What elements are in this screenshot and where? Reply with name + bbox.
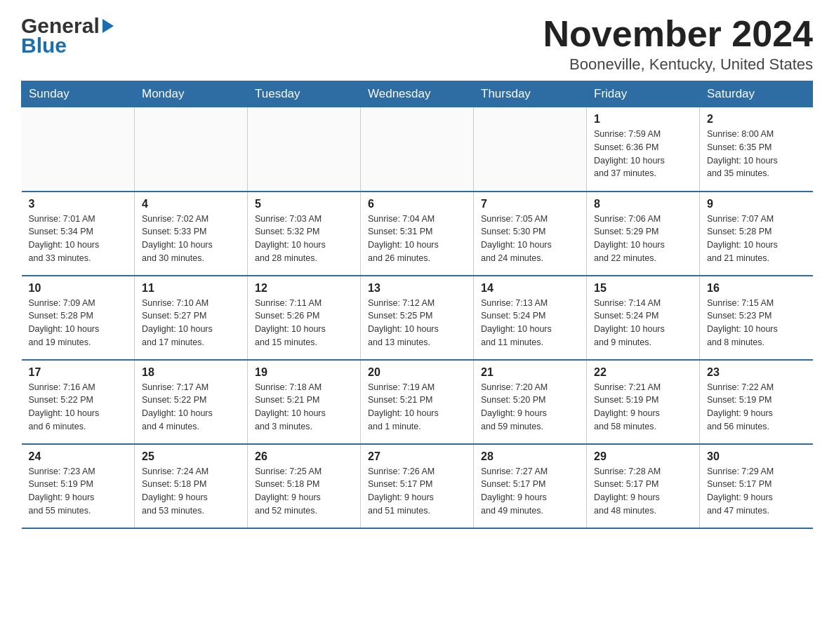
calendar-cell: 25Sunrise: 7:24 AM Sunset: 5:18 PM Dayli… [135, 444, 248, 528]
day-info: Sunrise: 7:18 AM Sunset: 5:21 PM Dayligh… [255, 381, 353, 434]
day-number: 26 [255, 450, 353, 463]
day-info: Sunrise: 7:29 AM Sunset: 5:17 PM Dayligh… [707, 465, 806, 518]
day-number: 25 [142, 450, 240, 463]
page-title: November 2024 [543, 14, 813, 54]
calendar-cell: 18Sunrise: 7:17 AM Sunset: 5:22 PM Dayli… [135, 360, 248, 444]
calendar-cell: 27Sunrise: 7:26 AM Sunset: 5:17 PM Dayli… [361, 444, 474, 528]
day-info: Sunrise: 7:15 AM Sunset: 5:23 PM Dayligh… [707, 297, 806, 349]
day-number: 13 [368, 282, 466, 295]
day-number: 21 [481, 366, 579, 379]
calendar-cell: 14Sunrise: 7:13 AM Sunset: 5:24 PM Dayli… [474, 276, 587, 360]
calendar-cell: 17Sunrise: 7:16 AM Sunset: 5:22 PM Dayli… [22, 360, 135, 444]
day-info: Sunrise: 7:03 AM Sunset: 5:32 PM Dayligh… [255, 213, 353, 265]
calendar-cell: 24Sunrise: 7:23 AM Sunset: 5:19 PM Dayli… [22, 444, 135, 528]
week-row-1: 1Sunrise: 7:59 AM Sunset: 6:36 PM Daylig… [22, 107, 813, 192]
day-number: 4 [142, 198, 240, 210]
day-number: 7 [481, 198, 579, 210]
calendar-cell: 9Sunrise: 7:07 AM Sunset: 5:28 PM Daylig… [700, 192, 813, 276]
logo: General Blue [21, 14, 114, 58]
calendar-cell: 6Sunrise: 7:04 AM Sunset: 5:31 PM Daylig… [361, 192, 474, 276]
page-header: General Blue November 2024 Booneville, K… [21, 14, 813, 74]
day-number: 30 [707, 450, 806, 463]
page-subtitle: Booneville, Kentucky, United States [543, 55, 813, 74]
day-number: 12 [255, 282, 353, 295]
day-info: Sunrise: 7:23 AM Sunset: 5:19 PM Dayligh… [29, 465, 128, 518]
day-info: Sunrise: 7:06 AM Sunset: 5:29 PM Dayligh… [594, 213, 692, 265]
day-info: Sunrise: 7:17 AM Sunset: 5:22 PM Dayligh… [142, 381, 240, 434]
day-info: Sunrise: 7:59 AM Sunset: 6:36 PM Dayligh… [594, 128, 692, 180]
calendar-cell: 21Sunrise: 7:20 AM Sunset: 5:20 PM Dayli… [474, 360, 587, 444]
calendar-cell: 30Sunrise: 7:29 AM Sunset: 5:17 PM Dayli… [700, 444, 813, 528]
day-info: Sunrise: 7:13 AM Sunset: 5:24 PM Dayligh… [481, 297, 579, 349]
day-info: Sunrise: 7:09 AM Sunset: 5:28 PM Dayligh… [29, 297, 128, 349]
calendar-cell [474, 107, 587, 192]
weekday-sunday: Sunday [22, 81, 135, 107]
calendar-cell [135, 107, 248, 192]
day-number: 6 [368, 198, 466, 210]
day-number: 28 [481, 450, 579, 463]
weekday-monday: Monday [135, 81, 248, 107]
day-number: 18 [142, 366, 240, 379]
calendar-cell: 19Sunrise: 7:18 AM Sunset: 5:21 PM Dayli… [248, 360, 361, 444]
calendar-cell [22, 107, 135, 192]
day-info: Sunrise: 7:04 AM Sunset: 5:31 PM Dayligh… [368, 213, 466, 265]
day-number: 11 [142, 282, 240, 295]
calendar-cell [248, 107, 361, 192]
day-number: 15 [594, 282, 692, 295]
calendar-cell: 10Sunrise: 7:09 AM Sunset: 5:28 PM Dayli… [22, 276, 135, 360]
day-number: 19 [255, 366, 353, 379]
day-number: 9 [707, 198, 806, 210]
day-number: 2 [707, 113, 806, 126]
weekday-saturday: Saturday [700, 81, 813, 107]
calendar-cell: 2Sunrise: 8:00 AM Sunset: 6:35 PM Daylig… [700, 107, 813, 192]
weekday-wednesday: Wednesday [361, 81, 474, 107]
day-info: Sunrise: 7:28 AM Sunset: 5:17 PM Dayligh… [594, 465, 692, 518]
logo-line2: Blue [21, 34, 67, 58]
weekday-header-row: SundayMondayTuesdayWednesdayThursdayFrid… [22, 81, 813, 107]
title-section: November 2024 Booneville, Kentucky, Unit… [543, 14, 813, 74]
day-info: Sunrise: 7:21 AM Sunset: 5:19 PM Dayligh… [594, 381, 692, 434]
week-row-4: 17Sunrise: 7:16 AM Sunset: 5:22 PM Dayli… [22, 360, 813, 444]
day-number: 20 [368, 366, 466, 379]
calendar-cell: 5Sunrise: 7:03 AM Sunset: 5:32 PM Daylig… [248, 192, 361, 276]
day-number: 27 [368, 450, 466, 463]
day-number: 24 [29, 450, 128, 463]
calendar-cell: 15Sunrise: 7:14 AM Sunset: 5:24 PM Dayli… [587, 276, 700, 360]
calendar-cell: 13Sunrise: 7:12 AM Sunset: 5:25 PM Dayli… [361, 276, 474, 360]
day-info: Sunrise: 7:24 AM Sunset: 5:18 PM Dayligh… [142, 465, 240, 518]
week-row-2: 3Sunrise: 7:01 AM Sunset: 5:34 PM Daylig… [22, 192, 813, 276]
day-number: 22 [594, 366, 692, 379]
day-number: 14 [481, 282, 579, 295]
day-info: Sunrise: 7:10 AM Sunset: 5:27 PM Dayligh… [142, 297, 240, 349]
calendar-cell: 22Sunrise: 7:21 AM Sunset: 5:19 PM Dayli… [587, 360, 700, 444]
calendar-cell [361, 107, 474, 192]
calendar-cell: 23Sunrise: 7:22 AM Sunset: 5:19 PM Dayli… [700, 360, 813, 444]
calendar-cell: 1Sunrise: 7:59 AM Sunset: 6:36 PM Daylig… [587, 107, 700, 192]
calendar-cell: 4Sunrise: 7:02 AM Sunset: 5:33 PM Daylig… [135, 192, 248, 276]
calendar-cell: 16Sunrise: 7:15 AM Sunset: 5:23 PM Dayli… [700, 276, 813, 360]
calendar-body: 1Sunrise: 7:59 AM Sunset: 6:36 PM Daylig… [22, 107, 813, 528]
calendar-cell: 28Sunrise: 7:27 AM Sunset: 5:17 PM Dayli… [474, 444, 587, 528]
day-number: 3 [29, 198, 128, 210]
calendar-cell: 29Sunrise: 7:28 AM Sunset: 5:17 PM Dayli… [587, 444, 700, 528]
day-number: 17 [29, 366, 128, 379]
day-number: 16 [707, 282, 806, 295]
day-info: Sunrise: 7:12 AM Sunset: 5:25 PM Dayligh… [368, 297, 466, 349]
calendar-cell: 8Sunrise: 7:06 AM Sunset: 5:29 PM Daylig… [587, 192, 700, 276]
calendar-cell: 12Sunrise: 7:11 AM Sunset: 5:26 PM Dayli… [248, 276, 361, 360]
day-info: Sunrise: 7:14 AM Sunset: 5:24 PM Dayligh… [594, 297, 692, 349]
day-info: Sunrise: 7:25 AM Sunset: 5:18 PM Dayligh… [255, 465, 353, 518]
day-info: Sunrise: 7:11 AM Sunset: 5:26 PM Dayligh… [255, 297, 353, 349]
weekday-thursday: Thursday [474, 81, 587, 107]
calendar-cell: 11Sunrise: 7:10 AM Sunset: 5:27 PM Dayli… [135, 276, 248, 360]
logo-arrow-icon [102, 19, 114, 33]
calendar-cell: 3Sunrise: 7:01 AM Sunset: 5:34 PM Daylig… [22, 192, 135, 276]
day-info: Sunrise: 7:02 AM Sunset: 5:33 PM Dayligh… [142, 213, 240, 265]
week-row-5: 24Sunrise: 7:23 AM Sunset: 5:19 PM Dayli… [22, 444, 813, 528]
day-number: 23 [707, 366, 806, 379]
day-info: Sunrise: 7:01 AM Sunset: 5:34 PM Dayligh… [29, 213, 128, 265]
day-info: Sunrise: 7:19 AM Sunset: 5:21 PM Dayligh… [368, 381, 466, 434]
calendar-cell: 26Sunrise: 7:25 AM Sunset: 5:18 PM Dayli… [248, 444, 361, 528]
calendar-cell: 7Sunrise: 7:05 AM Sunset: 5:30 PM Daylig… [474, 192, 587, 276]
week-row-3: 10Sunrise: 7:09 AM Sunset: 5:28 PM Dayli… [22, 276, 813, 360]
